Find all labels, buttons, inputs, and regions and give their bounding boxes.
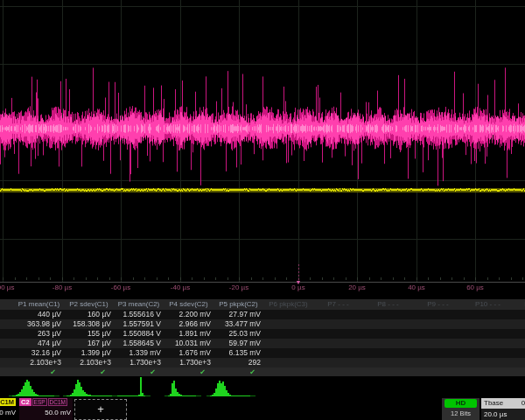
table-row-3: 474 µV167 µV1.558645 V10.031 mV59.97 mV [0,339,525,348]
measure-value-r2-c1: 263 µV [14,329,64,339]
channel-c1-descriptor[interactable]: DC1M 10.0 mV [0,398,16,420]
row-pad [0,348,14,358]
measure-value-r2-c7 [313,329,363,339]
measure-value-r1-c5: 33.477 mV [214,319,263,329]
measure-value-r4-c5: 6.135 mV [214,348,263,358]
axis-tick-label-4: -20 µs [229,284,248,291]
table-row-2: 263 µV155 µV1.550884 V1.891 mV25.03 mV [0,329,525,339]
measure-value-r0-c9 [413,310,463,319]
trigger-position-marker[interactable]: ▼ [296,279,302,285]
acquisition-panel: HD 12 Bits [442,398,480,420]
row-pad [0,339,14,348]
oscilloscope-screen: TELEDYNE LECROY -100 µs-80 µs-60 µs-40 µ… [0,0,525,420]
measure-header-p5[interactable]: P5 pkpk(C2) [214,299,263,310]
axis-tick-label-2: -60 µs [111,284,130,291]
hd-mode-badge[interactable]: HD [444,399,477,408]
measure-value-r1-c10 [463,319,513,329]
table-header-row: P1 mean(C1)P2 sdev(C1)P3 mean(C2)P4 sdev… [0,299,525,310]
tbase-delay: 0 µs [522,398,525,409]
timebase-descriptor[interactable]: Tbase 0 µs 20.0 µs [481,398,525,420]
measure-value-r0-c8 [363,310,413,319]
c1-coupling-tag: DC1M [0,398,16,406]
measure-header-p3[interactable]: P3 mean(C2) [114,299,164,310]
measure-value-r4-c8 [363,348,413,358]
measure-value-r2-c6 [263,329,313,339]
measure-value-r4-c7 [313,348,363,358]
time-axis: -100 µs-80 µs-60 µs-40 µs-20 µs0 µs20 µs… [0,283,525,293]
measure-value-r5-c9 [413,358,463,368]
measure-value-r3-c5: 59.97 mV [214,339,263,348]
measure-value-r3-c10 [463,339,513,348]
waveform-graticule[interactable] [0,0,525,298]
measure-value-r0-c1: 440 µV [14,310,64,319]
measure-value-r1-c11 [513,319,525,329]
measure-value-r1-c7 [313,319,363,329]
measure-value-r3-c6 [263,339,313,348]
measure-value-r3-c2: 167 µV [64,339,114,348]
tbase-scale: 20.0 µs [481,409,525,420]
measure-value-r0-c7 [313,310,363,319]
measure-value-r1-c2: 158.308 µV [64,319,114,329]
row-pad [0,329,14,339]
measure-value-r3-c7 [313,339,363,348]
measure-value-r2-c5: 25.03 mV [214,329,263,339]
measure-value-r0-c5: 27.97 mV [214,310,263,319]
tbase-header: Tbase 0 µs [481,398,525,409]
c2-coupling-tag: DC1M [48,398,67,406]
tbase-label: Tbase [484,398,503,409]
plus-icon: + [97,402,104,416]
measure-value-r1-c1: 363.98 µV [14,319,64,329]
measure-value-r3-c9 [413,339,463,348]
measure-value-r3-c11 [513,339,525,348]
measure-header-p2[interactable]: P2 sdev(C1) [64,299,114,310]
measure-value-r5-c7 [313,358,363,368]
measure-header-p7[interactable]: P7 - - - [313,299,363,310]
table-row-0: 440 µV160 µV1.555616 V2.200 mV27.97 mV [0,310,525,319]
measurement-histicons [0,376,525,398]
axis-tick-label-6: 20 µs [348,284,366,291]
measure-header-p11[interactable]: P11 [513,299,525,310]
row-pad [0,319,14,329]
measure-value-r2-c8 [363,329,413,339]
measure-value-r3-c3: 1.558645 V [114,339,164,348]
channel-c2-descriptor[interactable]: C2ESPDC1M 50.0 mV [19,398,73,420]
measure-header-p4[interactable]: P4 sdev(C2) [164,299,214,310]
measure-value-r1-c4: 2.966 mV [164,319,214,329]
measure-value-r3-c4: 10.031 mV [164,339,214,348]
resolution-bits: 12 Bits [442,409,480,419]
measure-value-r5-c11 [513,358,525,368]
measure-header-p6[interactable]: P6 pkpk(C3) [263,299,313,310]
c2-tag-row: C2ESPDC1M [19,398,73,408]
measure-value-r1-c3: 1.557591 V [114,319,164,329]
c1-tag-row: DC1M [0,398,16,408]
measure-value-r0-c3: 1.555616 V [114,310,164,319]
measure-value-r4-c9 [413,348,463,358]
axis-tick-label-8: 60 µs [466,284,484,291]
c2-channel-tag: C2 [19,398,32,406]
measure-value-r2-c4: 1.891 mV [164,329,214,339]
measure-header-p1[interactable]: P1 mean(C1) [14,299,64,310]
axis-tick-label-1: -80 µs [52,284,72,291]
axis-tick-label-0: -100 µs [0,284,14,291]
measure-value-r0-c6 [263,310,313,319]
measure-value-r5-c3: 1.730e+3 [114,358,164,368]
measure-value-r2-c9 [413,329,463,339]
measure-value-r4-c6 [263,348,313,358]
measure-value-r5-c6 [263,358,313,368]
measure-value-r5-c10 [463,358,513,368]
measure-value-r5-c2: 2.103e+3 [64,358,114,368]
measure-header-p9[interactable]: P9 - - - [413,299,463,310]
axis-tick-label-3: -40 µs [171,284,190,291]
measure-value-r1-c6 [263,319,313,329]
measure-value-r0-c10 [463,310,513,319]
measure-value-r5-c1: 2.103e+3 [14,358,64,368]
measure-value-r3-c1: 474 µV [14,339,64,348]
measure-value-r0-c2: 160 µV [64,310,114,319]
measure-value-r4-c2: 1.399 µV [64,348,114,358]
measure-header-p8[interactable]: P8 - - - [363,299,413,310]
add-trace-button[interactable]: + [74,399,127,420]
measure-value-r0-c4: 2.200 mV [164,310,214,319]
c2-vertical-scale: 50.0 mV [19,408,73,417]
measure-value-r5-c8 [363,358,413,368]
measure-header-p10[interactable]: P10 - - - [463,299,513,310]
